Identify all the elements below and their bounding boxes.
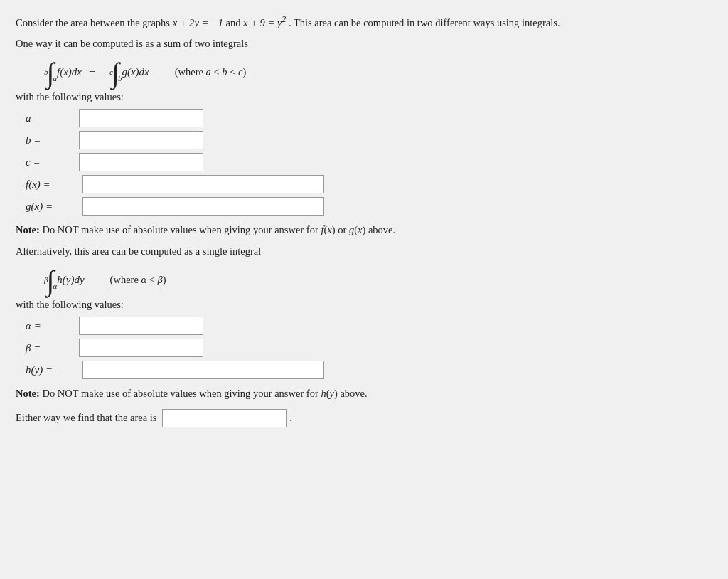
integral-2: c ∫ b g(x)dx bbox=[102, 60, 149, 84]
integral-single: β ∫ α h(y)dy bbox=[37, 267, 85, 292]
equation-2: x + 9 = y2 bbox=[243, 17, 286, 28]
input-a[interactable] bbox=[79, 109, 203, 127]
final-prefix: Either way we find that the area is bbox=[16, 412, 157, 424]
field-row-beta: β = bbox=[26, 339, 712, 357]
problem-statement: Consider the area between the graphs x +… bbox=[16, 13, 712, 31]
header-text-1: Consider the area between the graphs bbox=[16, 17, 173, 28]
label-alpha: α = bbox=[26, 320, 79, 332]
header-text-2: . This area can be computed in two diffe… bbox=[289, 17, 560, 28]
input-beta[interactable] bbox=[79, 339, 203, 357]
field-row-a: a = bbox=[26, 109, 712, 127]
label-beta: β = bbox=[26, 342, 79, 354]
plus-sign: + bbox=[89, 65, 95, 78]
section1-condition: (where a < b < c) bbox=[175, 66, 247, 78]
input-gx[interactable] bbox=[82, 197, 324, 216]
note1: Note: Do NOT make use of absolute values… bbox=[16, 223, 712, 238]
integral-2-integrand: g(x)dx bbox=[122, 66, 149, 78]
equation-1: x + 2y = −1 bbox=[173, 17, 223, 28]
integral-1-sign: ∫ bbox=[47, 61, 55, 85]
field-row-gx: g(x) = bbox=[26, 197, 712, 216]
section1-fields-intro: with the following values: bbox=[16, 91, 712, 103]
field-row-b: b = bbox=[26, 131, 712, 149]
input-hy[interactable] bbox=[82, 361, 324, 379]
field-row-fx: f(x) = bbox=[26, 175, 712, 193]
integral-1-integrand: f(x)dx bbox=[57, 66, 82, 78]
input-alpha[interactable] bbox=[79, 317, 203, 335]
section2-intro: Alternatively, this area can be computed… bbox=[16, 245, 712, 257]
final-row: Either way we find that the area is . bbox=[16, 409, 712, 427]
section1-fields: a = b = c = f(x) = g(x) = bbox=[26, 109, 712, 216]
period: . bbox=[289, 412, 292, 424]
field-row-alpha: α = bbox=[26, 317, 712, 335]
integral-1: b ∫ a f(x)dx bbox=[37, 60, 82, 84]
input-b[interactable] bbox=[79, 131, 203, 149]
label-c: c = bbox=[26, 156, 79, 169]
single-integral-display: β ∫ α h(y)dy (where α < β) bbox=[37, 267, 712, 292]
input-c[interactable] bbox=[79, 153, 203, 171]
section1-intro: One way it can be computed is as a sum o… bbox=[16, 38, 712, 50]
note2: Note: Do NOT make use of absolute values… bbox=[16, 386, 712, 402]
integral-sum-display: b ∫ a f(x)dx + c ∫ b g(x)dx (where a < b… bbox=[37, 60, 712, 84]
input-area[interactable] bbox=[162, 409, 287, 427]
section2-fields-intro: with the following values: bbox=[16, 299, 712, 311]
label-a: a = bbox=[26, 112, 79, 124]
section2-fields: α = β = h(y) = bbox=[26, 317, 712, 379]
integral-s-integrand: h(y)dy bbox=[57, 274, 84, 286]
label-fx: f(x) = bbox=[26, 179, 82, 191]
integral-2-sign: ∫ bbox=[112, 61, 119, 85]
label-gx: g(x) = bbox=[26, 201, 82, 213]
label-hy: h(y) = bbox=[26, 364, 82, 376]
section2-condition: (where α < β) bbox=[110, 274, 166, 286]
field-row-c: c = bbox=[26, 153, 712, 171]
label-b: b = bbox=[26, 134, 79, 147]
field-row-hy: h(y) = bbox=[26, 361, 712, 379]
integral-s-sign: ∫ bbox=[46, 269, 54, 293]
input-fx[interactable] bbox=[82, 175, 324, 193]
connector-and: and bbox=[226, 17, 244, 28]
